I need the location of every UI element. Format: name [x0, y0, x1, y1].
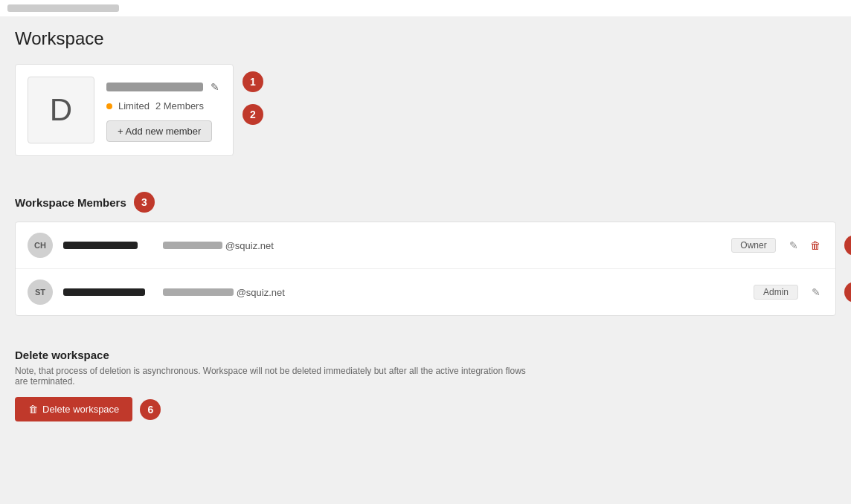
members-section-title: Workspace Members: [15, 196, 126, 209]
member-name-cell: [63, 288, 152, 296]
members-count: 2 Members: [155, 100, 204, 112]
trash-icon: 🗑: [28, 404, 38, 415]
avatar: CH: [28, 233, 53, 258]
callout-badge-6: 6: [140, 399, 161, 420]
workspace-meta: Limited 2 Members: [106, 100, 221, 112]
member-actions: ✎ 🗑: [786, 236, 823, 254]
table-row: ST @squiz.net Admin ✎ 5: [16, 269, 835, 315]
member-name-placeholder: [63, 288, 145, 296]
workspace-details: ✎ Limited 2 Members + Add new member: [106, 77, 221, 142]
page-container: Workspace D ✎ Limited 2 Members + Add ne…: [0, 16, 851, 433]
top-bar: [0, 0, 851, 16]
member-actions: ✎: [809, 283, 823, 301]
section-header-row: Workspace Members 3: [15, 192, 836, 213]
member-email: @squiz.net: [163, 240, 721, 251]
callout-badge-4: 4: [844, 235, 851, 256]
member-name-cell: [63, 242, 152, 249]
workspace-info-card: D ✎ Limited 2 Members + Add new member: [15, 64, 234, 156]
member-email: @squiz.net: [163, 287, 743, 298]
callout-badge-1: 1: [243, 71, 263, 92]
table-row: CH @squiz.net Owner ✎ 🗑 4: [16, 222, 835, 269]
edit-workspace-name-button[interactable]: ✎: [209, 80, 221, 94]
member-name-placeholder: [63, 242, 138, 249]
delete-workspace-note: Note, that process of deletion is asynch…: [15, 366, 536, 387]
avatar: ST: [28, 280, 53, 305]
page-title: Workspace: [15, 28, 836, 49]
role-badge: Owner: [731, 238, 776, 253]
edit-member-button[interactable]: ✎: [786, 236, 801, 254]
callout-badge-2: 2: [243, 104, 263, 125]
workspace-name-row: ✎: [106, 80, 221, 94]
members-section-wrapper: Workspace Members 3 CH @squiz.net Owner …: [15, 192, 836, 340]
callout-badge-3: 3: [134, 192, 155, 213]
email-prefix-placeholder: [163, 288, 234, 296]
status-dot-icon: [106, 103, 112, 109]
workspace-avatar: D: [28, 77, 94, 143]
delete-workspace-button[interactable]: 🗑 Delete workspace: [15, 397, 132, 421]
delete-action-row: 🗑 Delete workspace 6: [15, 397, 836, 421]
delete-workspace-title: Delete workspace: [15, 349, 836, 361]
add-new-member-button[interactable]: + Add new member: [106, 120, 212, 142]
email-prefix-placeholder: [163, 242, 222, 249]
delete-section: Delete workspace Note, that process of d…: [15, 346, 836, 421]
status-label: Limited: [118, 100, 150, 112]
members-list: CH @squiz.net Owner ✎ 🗑 4 ST: [15, 222, 836, 316]
edit-member-button[interactable]: ✎: [809, 283, 823, 301]
role-badge: Admin: [754, 285, 798, 300]
delete-member-button[interactable]: 🗑: [807, 236, 823, 254]
top-bar-content: [7, 4, 119, 12]
workspace-name-placeholder: [106, 83, 203, 91]
callout-badge-5: 5: [844, 282, 851, 303]
